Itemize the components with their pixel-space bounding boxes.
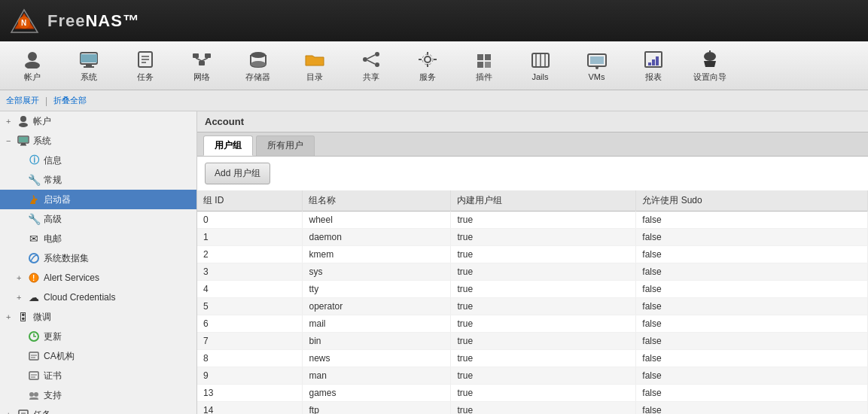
nav-label-jails: Jails <box>531 72 548 81</box>
table-row[interactable]: 13gamestruefalse <box>197 385 868 402</box>
cell-id: 13 <box>197 385 303 402</box>
cell-name: games <box>303 385 451 402</box>
sidebar-item-tuning[interactable]: + 🎛 微调 <box>0 307 196 327</box>
cell-builtin: true <box>451 281 636 298</box>
nav-item-sharing[interactable]: 共享 <box>343 44 399 87</box>
sidebar-item-update[interactable]: 更新 <box>0 327 196 346</box>
nav-item-system[interactable]: 系统 <box>60 44 117 87</box>
sidebar-account-label: 帐户 <box>33 115 51 128</box>
nav-item-services[interactable]: 服务 <box>399 44 455 87</box>
alert-services-sidebar-icon: ! <box>27 271 41 285</box>
email-sidebar-icon: ✉ <box>27 232 41 245</box>
update-sidebar-icon <box>27 330 41 343</box>
svg-line-25 <box>367 60 375 64</box>
nav-label-sharing: 共享 <box>363 72 379 83</box>
cell-builtin: true <box>451 402 636 415</box>
groups-table: 组 ID 组名称 内建用户组 允许使用 Sudo 0wheeltruefalse… <box>197 190 868 414</box>
table-row[interactable]: 0wheeltruefalse <box>197 212 868 229</box>
sidebar-item-bootloader[interactable]: 启动器 <box>0 190 196 209</box>
svg-line-17 <box>196 58 202 61</box>
tab-user-groups[interactable]: 用户组 <box>203 135 253 156</box>
account-icon <box>20 49 44 70</box>
cell-id: 9 <box>197 367 303 385</box>
svg-rect-31 <box>485 62 491 68</box>
cell-builtin: true <box>451 263 636 281</box>
general-sidebar-icon: 🔧 <box>27 173 41 187</box>
svg-rect-29 <box>485 54 491 60</box>
add-group-button[interactable]: Add 用户组 <box>205 163 270 184</box>
nav-item-vms[interactable]: VMs <box>568 44 625 87</box>
svg-point-52 <box>29 254 38 263</box>
table-row[interactable]: 9mantruefalse <box>197 367 868 385</box>
top-bar: N FreeNAS™ <box>0 0 868 41</box>
sidebar-item-ca[interactable]: CA机构 <box>0 346 196 366</box>
sidebar-item-sysdata[interactable]: 系统数据集 <box>0 248 196 268</box>
toolbar: 全部展开 | 折叠全部 <box>0 90 868 111</box>
cell-id: 4 <box>197 281 303 298</box>
sidebar-item-general[interactable]: 🔧 常规 <box>0 170 196 190</box>
sidebar-item-cert[interactable]: 证书 <box>0 366 196 385</box>
nav-item-plugins[interactable]: 插件 <box>455 44 512 87</box>
cell-builtin: true <box>451 298 636 315</box>
sharing-icon <box>359 49 383 70</box>
cell-name: sys <box>303 263 451 281</box>
svg-point-19 <box>251 52 266 58</box>
nav-item-setup-wizard[interactable]: 设置向导 <box>681 44 738 87</box>
content-actions: Add 用户组 <box>197 157 868 190</box>
alert-services-expand-icon: + <box>17 273 27 282</box>
svg-rect-50 <box>21 143 26 145</box>
tab-all-users[interactable]: 所有用户 <box>256 135 315 156</box>
sidebar-item-info[interactable]: ⓘ 信息 <box>0 151 196 170</box>
cell-builtin: true <box>451 212 636 229</box>
svg-point-62 <box>29 392 34 397</box>
table-row[interactable]: 7bintruefalse <box>197 333 868 350</box>
col-group-name: 组名称 <box>303 190 451 212</box>
table-row[interactable]: 14ftptruefalse <box>197 402 868 415</box>
table-row[interactable]: 2kmemtruefalse <box>197 246 868 263</box>
sidebar-item-account[interactable]: + 帐户 <box>0 111 196 131</box>
svg-rect-40 <box>648 62 651 65</box>
sidebar-tuning-label: 微调 <box>33 311 51 324</box>
svg-rect-37 <box>590 56 604 64</box>
sidebar-item-system[interactable]: − 系统 <box>0 131 196 151</box>
nav-item-reports[interactable]: 报表 <box>625 44 681 87</box>
sidebar-item-advanced[interactable]: 🔧 高级 <box>0 209 196 229</box>
cell-sudo: false <box>636 385 868 402</box>
sidebar-item-support[interactable]: 支持 <box>0 385 196 405</box>
content-header: Account <box>197 111 868 132</box>
nav-item-storage[interactable]: 存储器 <box>230 44 286 87</box>
col-builtin: 内建用户组 <box>451 190 636 212</box>
sidebar-item-cloud-credentials[interactable]: + ☁ Cloud Credentials <box>0 288 196 307</box>
sidebar-item-email[interactable]: ✉ 电邮 <box>0 229 196 248</box>
nav-item-tasks[interactable]: 任务 <box>117 44 173 87</box>
nav-item-directory[interactable]: 目录 <box>286 44 343 87</box>
nav-label-reports: 报表 <box>645 72 662 83</box>
nav-label-setup-wizard: 设置向导 <box>693 72 726 83</box>
nav-item-account[interactable]: 帐户 <box>4 44 60 87</box>
table-row[interactable]: 6mailtruefalse <box>197 315 868 333</box>
svg-point-4 <box>28 52 37 61</box>
table-row[interactable]: 5operatortruefalse <box>197 298 868 315</box>
table-row[interactable]: 3systruefalse <box>197 263 868 281</box>
sidebar-system-label: 系统 <box>33 135 51 148</box>
sidebar-item-tasks[interactable]: + 任务 <box>0 405 196 414</box>
svg-point-5 <box>25 62 40 68</box>
table-row[interactable]: 4ttytruefalse <box>197 281 868 298</box>
cell-sudo: false <box>636 263 868 281</box>
nav-item-network[interactable]: 网络 <box>173 44 230 87</box>
nav-item-jails[interactable]: Jails <box>512 44 568 87</box>
cell-sudo: false <box>636 212 868 229</box>
sidebar-item-alert-services[interactable]: + ! Alert Services <box>0 268 196 288</box>
svg-point-20 <box>251 61 266 67</box>
collapse-all-btn[interactable]: 折叠全部 <box>53 95 87 106</box>
sidebar-cloud-credentials-label: Cloud Credentials <box>44 292 115 303</box>
svg-rect-30 <box>477 62 483 68</box>
table-row[interactable]: 1daemontruefalse <box>197 229 868 246</box>
storage-icon <box>246 49 270 70</box>
tasks-expand-icon: + <box>6 410 17 414</box>
cell-sudo: false <box>636 229 868 246</box>
expand-all-btn[interactable]: 全部展开 <box>6 95 39 106</box>
cell-id: 14 <box>197 402 303 415</box>
table-row[interactable]: 8newstruefalse <box>197 350 868 367</box>
col-group-id: 组 ID <box>197 190 303 212</box>
